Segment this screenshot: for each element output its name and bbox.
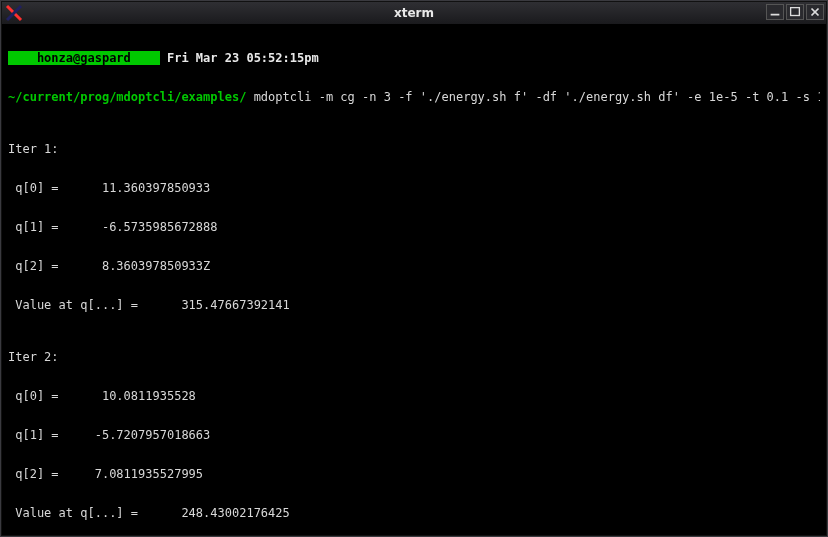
output-line: Value at q[...] = 248.43002176425	[8, 507, 820, 520]
maximize-button[interactable]	[786, 4, 804, 20]
output-line: Iter 1:	[8, 143, 820, 156]
output-line: q[2] = 8.360397850933Z	[8, 260, 820, 273]
output-line: q[1] = -5.7207957018663	[8, 429, 820, 442]
user-host: honza@gaspard	[8, 51, 160, 65]
output-line: Value at q[...] = 315.47667392141	[8, 299, 820, 312]
minimize-button[interactable]	[766, 4, 784, 20]
svg-rect-3	[791, 8, 800, 16]
window-buttons	[766, 4, 824, 20]
titlebar[interactable]: xterm	[2, 2, 826, 25]
cwd-path: ~/current/prog/mdoptcli/examples/	[8, 90, 246, 104]
terminal-area[interactable]: honza@gaspard Fri Mar 23 05:52:15pm ~/cu…	[8, 26, 820, 529]
output-line: q[0] = 11.360397850933	[8, 182, 820, 195]
prompt-line-1: honza@gaspard Fri Mar 23 05:52:15pm	[8, 52, 820, 65]
output-line: q[1] = -6.5735985672888	[8, 221, 820, 234]
datetime: Fri Mar 23 05:52:15pm	[160, 51, 319, 65]
app-icon	[4, 3, 24, 23]
xterm-window: xterm honza@gaspard Fri Mar 23 05:52:15p…	[1, 1, 827, 536]
close-button[interactable]	[806, 4, 824, 20]
window-title: xterm	[2, 6, 826, 20]
command-line: ~/current/prog/mdoptcli/examples/ mdoptc…	[8, 91, 820, 104]
output-line: q[2] = 7.0811935527995	[8, 468, 820, 481]
output-line: Iter 2:	[8, 351, 820, 364]
output-line: q[0] = 10.0811935528	[8, 390, 820, 403]
command-text: mdoptcli -m cg -n 3 -f './energy.sh f' -…	[246, 90, 820, 104]
